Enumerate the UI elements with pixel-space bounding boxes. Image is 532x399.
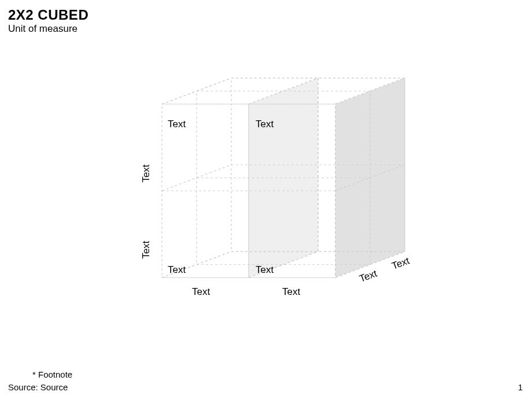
y-axis-label-bottom: Text [141,241,152,258]
cell-label-bottom-left: Text [168,264,186,275]
x-axis-label-right: Text [282,286,300,297]
page-subtitle: Unit of measure [8,23,77,35]
page-number: 1 [518,382,523,392]
footnote-text: * Footnote [32,370,72,379]
cube-diagram: Text Text Text Text Text Text Text Text … [127,69,451,347]
source-text: Source: Source [8,382,68,392]
cell-label-bottom-right: Text [256,264,274,275]
slide-page: 2X2 CUBED Unit of measure [0,0,532,399]
cell-label-top-right: Text [256,119,274,130]
z-axis-label-far: Text [390,255,411,272]
page-title: 2X2 CUBED [8,7,88,23]
cell-label-top-left: Text [168,119,186,130]
z-axis-label-near: Text [358,268,379,285]
x-axis-label-left: Text [192,286,210,297]
y-axis-label-top: Text [141,164,152,182]
